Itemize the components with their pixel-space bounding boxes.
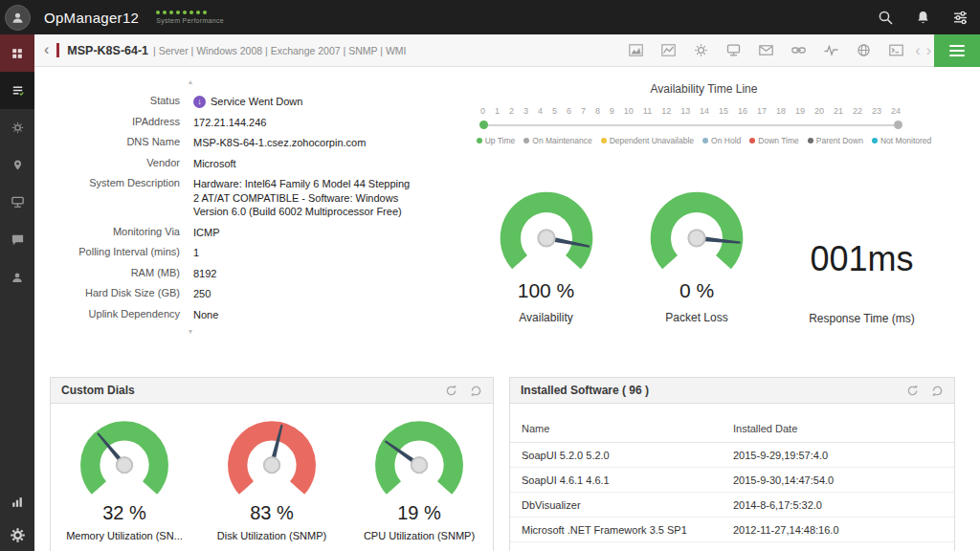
legend-dot-icon bbox=[601, 138, 607, 143]
gear-icon bbox=[10, 527, 26, 543]
gauge-hub bbox=[117, 457, 132, 473]
timeline-tick: 17 bbox=[757, 106, 767, 116]
search-icon[interactable] bbox=[878, 10, 894, 26]
page-prev-chevron-icon[interactable]: ‹ bbox=[912, 42, 923, 59]
timeline-tick: 11 bbox=[643, 106, 652, 116]
installed-software-header: Installed Software ( 96 ) bbox=[510, 378, 954, 404]
timeline-tick: 7 bbox=[581, 106, 586, 116]
legend-dot-icon bbox=[523, 138, 529, 143]
detail-row-vendor: Vendor Microsoft bbox=[44, 157, 419, 171]
custom-dials-panel: Custom Dials 32 % Memory Utilization (SN… bbox=[50, 377, 494, 551]
legend-dot-icon bbox=[749, 138, 755, 143]
panel-actions bbox=[445, 385, 482, 397]
mail-icon[interactable] bbox=[758, 42, 774, 58]
device-monitor-icon[interactable] bbox=[725, 42, 742, 58]
timeline-tick: 12 bbox=[661, 106, 671, 116]
terminal-icon[interactable] bbox=[888, 42, 904, 58]
sidebar-item-chat[interactable] bbox=[0, 221, 34, 258]
detail-value: Microsoft bbox=[193, 157, 236, 171]
details-rows: Status ↓ Service Went Down IPAddress 172… bbox=[44, 95, 419, 321]
gauge-arc bbox=[488, 184, 605, 277]
timeline-tick: 22 bbox=[853, 106, 862, 116]
device-toolbar bbox=[628, 42, 904, 58]
page-next-chevron-icon[interactable]: › bbox=[924, 42, 934, 59]
topbar: OpManager12 System Performance bbox=[0, 0, 980, 34]
device-title-block: MSP-K8S-64-1 | Server | Windows 2008 | E… bbox=[56, 43, 406, 57]
sync-icon[interactable] bbox=[931, 385, 944, 397]
column-header-date[interactable]: Installed Date bbox=[733, 423, 943, 434]
sidebar-item-maps[interactable] bbox=[0, 146, 34, 184]
timeline-end-handle[interactable] bbox=[894, 121, 902, 129]
gauge-arc bbox=[638, 184, 755, 277]
sidebar-item-alarms[interactable] bbox=[0, 109, 34, 146]
detail-value: None bbox=[193, 308, 218, 322]
device-meta: | Server | Windows 2008 | Exchange 2007 … bbox=[153, 45, 406, 56]
timeline-tick: 0 bbox=[480, 106, 485, 116]
timeline-tick: 2 bbox=[509, 106, 514, 116]
notifications-bell-icon[interactable] bbox=[915, 10, 931, 26]
sidebar-item-settings[interactable] bbox=[0, 518, 34, 551]
gauge-arc bbox=[216, 413, 327, 502]
legend-item: On Hold bbox=[702, 136, 741, 145]
back-chevron-icon[interactable]: ‹ bbox=[34, 41, 56, 60]
area-chart-icon[interactable] bbox=[628, 42, 644, 58]
link-icon[interactable] bbox=[791, 42, 807, 58]
software-name: SoapUI 4.6.1 4.6.1 bbox=[522, 474, 733, 486]
detail-label: Polling Interval (mins) bbox=[44, 246, 180, 260]
alert-icon[interactable] bbox=[693, 42, 709, 58]
detail-value: MSP-K8S-64-1.csez.zohocorpin.com bbox=[193, 136, 366, 150]
timeline-legend: Up TimeOn MaintenanceDependent Unavailab… bbox=[457, 136, 950, 145]
response-time-block: 001ms Response Time (ms) bbox=[768, 184, 955, 325]
detail-row-uplink: Uplink Dependency None bbox=[44, 308, 419, 322]
availability-timeline: Availability Time Line 01234567891011121… bbox=[457, 82, 950, 145]
column-header-name[interactable]: Name bbox=[522, 423, 733, 434]
software-row[interactable]: SoapUI 4.6.1 4.6.12015-9-30,14:47:54.0 bbox=[510, 468, 954, 493]
custom-dials-header: Custom Dials bbox=[51, 378, 493, 404]
detail-row-ip: IPAddress 172.21.144.246 bbox=[44, 116, 419, 130]
sidebar-item-network[interactable] bbox=[0, 184, 34, 221]
sync-icon[interactable] bbox=[470, 385, 482, 397]
panel-actions bbox=[906, 385, 944, 397]
line-chart-icon[interactable] bbox=[660, 42, 677, 58]
timeline-tick: 4 bbox=[538, 106, 543, 116]
sparkline-icon[interactable] bbox=[823, 42, 839, 58]
system-performance[interactable]: System Performance bbox=[156, 11, 224, 24]
severity-bar bbox=[56, 43, 59, 57]
timeline-start-handle[interactable] bbox=[479, 121, 488, 129]
refresh-icon[interactable] bbox=[445, 385, 457, 397]
software-row[interactable]: DbVisualizer2014-8-6,17:5:32.0 bbox=[510, 493, 954, 518]
detail-value: 8192 bbox=[193, 267, 216, 281]
detail-row-status: Status ↓ Service Went Down bbox=[44, 95, 419, 109]
cpu-label: CPU Utilization (SNMP) bbox=[348, 530, 490, 541]
legend-label: On Hold bbox=[711, 136, 741, 145]
legend-label: Up Time bbox=[485, 136, 516, 145]
software-installed-date: 2015-9-30,14:47:54.0 bbox=[733, 474, 943, 486]
scroll-up-icon[interactable]: ▲ bbox=[178, 78, 203, 89]
sidebar-item-reports[interactable] bbox=[0, 486, 34, 518]
disk-utilization-dial: 83 % Disk Utilization (SNMP) bbox=[201, 413, 343, 541]
sidebar-item-users[interactable] bbox=[0, 258, 34, 296]
device-name: MSP-K8S-64-1 bbox=[67, 44, 148, 57]
legend-item: Not Monitored bbox=[872, 136, 931, 145]
gauge-hub bbox=[264, 457, 279, 473]
menu-button[interactable] bbox=[934, 34, 980, 67]
software-row[interactable]: Microsoft .NET Framework 3.5 SP12012-11-… bbox=[510, 518, 954, 542]
detail-label: Vendor bbox=[44, 157, 180, 171]
detail-row-polling: Polling Interval (mins) 1 bbox=[44, 246, 419, 260]
globe-icon[interactable] bbox=[856, 42, 872, 58]
software-name: Microsoft .NET Framework 3.5 SP1 bbox=[522, 524, 733, 536]
sidebar bbox=[0, 34, 34, 551]
avatar[interactable] bbox=[0, 0, 34, 34]
sidebar-item-monitors[interactable] bbox=[0, 72, 34, 109]
detail-row-dns: DNS Name MSP-K8S-64-1.csez.zohocorpin.co… bbox=[44, 136, 419, 150]
user-avatar-icon bbox=[5, 5, 31, 31]
software-row[interactable]: SoapUI 5.2.0 5.2.02015-9-29,19:57:4.0 bbox=[510, 443, 954, 468]
topbar-icons bbox=[878, 10, 969, 26]
scroll-down-icon[interactable]: ▼ bbox=[178, 328, 203, 339]
software-table-header: Name Installed Date bbox=[510, 415, 954, 443]
refresh-icon[interactable] bbox=[906, 385, 919, 397]
detail-label: DNS Name bbox=[44, 136, 180, 150]
sidebar-item-inventory[interactable] bbox=[0, 34, 34, 72]
timeline-track bbox=[480, 124, 899, 126]
settings-sliders-icon[interactable] bbox=[952, 10, 969, 26]
